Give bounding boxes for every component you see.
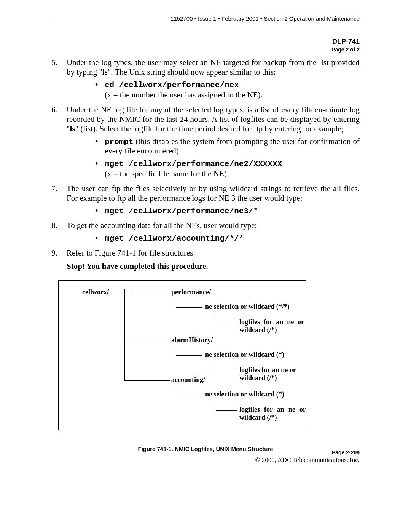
step-number: 9. [51, 248, 67, 258]
bullet-dot: • [95, 137, 105, 156]
stop-text: Stop! You have completed this procedure. [67, 262, 360, 271]
dir-accounting: accounting/ [171, 376, 205, 384]
logfiles: logfiles for an ne or wildcard (/*) [239, 366, 304, 382]
step-number: 6. [51, 105, 67, 134]
text: (this disables the system from prompting… [105, 137, 360, 155]
text: " (list). Select the logfile for the tim… [75, 124, 344, 133]
ls-cmd: ls [102, 67, 108, 77]
step-body: Refer to Figure 741-1 for file structure… [67, 248, 360, 258]
bullet: • mget /cellworx/accounting/*/* [95, 233, 360, 243]
cmd: prompt [105, 137, 134, 146]
text: ". The Unix string should now appear sim… [108, 67, 276, 77]
footer-copyright: © 2000, ADC Telecommunications, Inc. [51, 456, 360, 464]
dlp-title: DLP-741 [51, 38, 360, 46]
step-body: Under the log types, the user may select… [67, 58, 360, 77]
footer-page: Page 2-209 [51, 449, 360, 455]
bullet-dot: • [95, 233, 105, 243]
logfiles: logfiles for an ne or wildcard (/*) [239, 406, 306, 422]
dlp-page: Page 2 of 2 [51, 46, 360, 53]
step-5: 5. Under the log types, the user may sel… [51, 58, 360, 77]
bullet-dot: • [95, 159, 105, 168]
step-body: Under the NE log file for any of the sel… [67, 105, 360, 134]
step-number: 5. [51, 58, 67, 77]
note: (x = the specific file name for the NE). [105, 169, 360, 179]
bullet: • mget /cellworx/performance/ne2/XXXXXX [95, 159, 360, 168]
step-body: The user can ftp the files selectively o… [67, 184, 360, 203]
bullet: • mget /cellworx/performance/ne3/* [95, 206, 360, 216]
ls-cmd: ls [70, 124, 75, 133]
bullet: • prompt (this disables the system from … [95, 137, 360, 156]
note: (x = the number the user has assigned to… [105, 90, 360, 100]
step-6: 6. Under the NE log file for any of the … [51, 105, 360, 134]
dir-cellworx: cellworx/ [82, 288, 109, 296]
step-9: 9. Refer to Figure 741-1 for file struct… [51, 248, 360, 258]
ne-selection: ne selection or wildcard (*/*) [205, 303, 300, 311]
ne-selection: ne selection or wildcard (*) [205, 351, 284, 359]
cmd: cd /cellworx/performance/nex [105, 81, 239, 89]
step-number: 8. [51, 221, 67, 230]
logfiles: logfiles for an ne or wildcard (/*) [239, 318, 304, 334]
bullet-dot: • [95, 206, 105, 216]
cmd: mget /cellworx/accounting/*/* [105, 234, 244, 243]
step-number: 7. [51, 184, 67, 203]
dir-performance: performance/ [171, 288, 211, 296]
cmd: mget /cellworx/performance/ne3/* [105, 207, 258, 216]
step-body: To get the accounting data for all the N… [67, 221, 360, 230]
file-structure-diagram: cellworx/ performance/ ne selection or w… [58, 280, 306, 430]
dir-alarmhistory: alarmHistory/ [171, 336, 213, 344]
cmd: mget /cellworx/performance/ne2/XXXXXX [105, 160, 282, 168]
ne-selection: ne selection or wildcard (*) [205, 390, 284, 398]
bullet: • cd /cellworx/performance/nex [95, 80, 360, 89]
step-8: 8. To get the accounting data for all th… [51, 221, 360, 230]
page-header: 1152700 • Issue 1 • February 2001 • Sect… [51, 15, 360, 24]
step-7: 7. The user can ftp the files selectivel… [51, 184, 360, 203]
bullet-dot: • [95, 80, 105, 89]
